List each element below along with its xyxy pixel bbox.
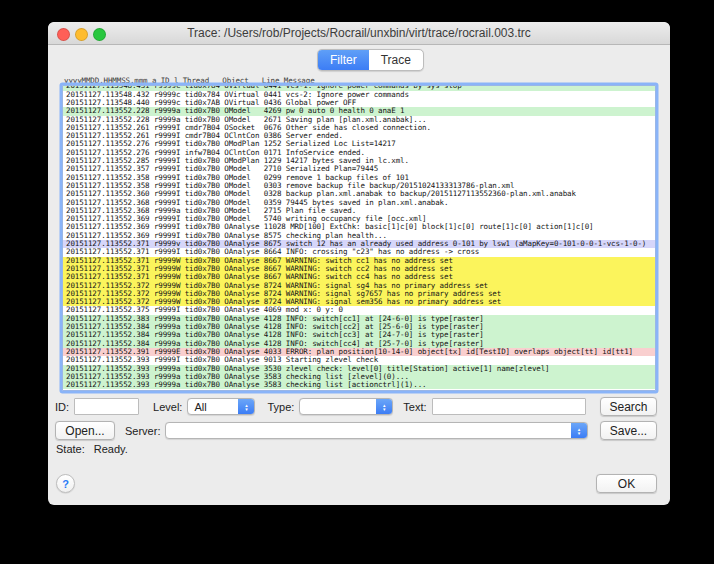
log-row[interactable]: 20151127.113552.261 r9999I cmdr7B04 OSoc… bbox=[63, 124, 655, 132]
type-select[interactable]: ▴▾ bbox=[299, 398, 393, 415]
log-row[interactable]: 20151127.113552.383 r9999a tid0x7B0 OAna… bbox=[63, 315, 655, 323]
log-row[interactable]: 20151127.113552.371 r9999W tid0x7B0 OAna… bbox=[63, 265, 655, 273]
question-mark-icon: ? bbox=[62, 478, 69, 490]
log-row[interactable]: 20151127.113552.368 r9999I tid0x7B0 OMod… bbox=[63, 199, 655, 207]
log-row[interactable]: 20151127.113552.371 r9999W tid0x7B0 OAna… bbox=[63, 257, 655, 265]
level-select[interactable]: All ▴▾ bbox=[187, 398, 255, 415]
log-rows: 20151127.113548.431 r9999c tid0x784 OVir… bbox=[63, 85, 655, 389]
log-row[interactable]: 20151127.113552.384 r9999a tid0x7B0 OAna… bbox=[63, 323, 655, 331]
log-row[interactable]: 20151127.113552.393 r9999a tid0x7B0 OAna… bbox=[63, 365, 655, 373]
log-row[interactable]: 20151127.113552.276 r9999I infw7B04 OCln… bbox=[63, 149, 655, 157]
log-row[interactable]: 20151127.113552.372 r9999W tid0x7B0 OAna… bbox=[63, 298, 655, 306]
tab-trace[interactable]: Trace bbox=[369, 50, 423, 70]
log-list[interactable]: 20151127.113548.431 r9999c tid0x784 OVir… bbox=[62, 85, 656, 391]
log-row[interactable]: 20151127.113552.358 r9999I tid0x7B0 OMod… bbox=[63, 174, 655, 182]
log-column-header: yyyyMMDD.HHMMSS.mmm a ID l Thread Object… bbox=[64, 76, 315, 85]
server-combobox[interactable]: ▴▾ bbox=[165, 422, 588, 439]
log-row[interactable]: 20151127.113552.372 r9999W tid0x7B0 OAna… bbox=[63, 290, 655, 298]
log-row[interactable]: 20151127.113552.228 r9999a tid0x7B0 OMod… bbox=[63, 107, 655, 115]
open-button[interactable]: Open... bbox=[55, 421, 115, 440]
server-controls-row: Open... Server: ▴▾ Save... bbox=[55, 421, 657, 440]
log-row[interactable]: 20151127.113548.440 r9999c tid0x7AB OVir… bbox=[63, 99, 655, 107]
ok-button[interactable]: OK bbox=[596, 474, 657, 493]
log-row[interactable]: 20151127.113552.261 r9999I cmdr7B04 OCln… bbox=[63, 132, 655, 140]
level-label: Level: bbox=[153, 401, 182, 413]
id-input[interactable] bbox=[74, 398, 139, 415]
log-row[interactable]: 20151127.113552.358 r9999I tid0x7B0 OMod… bbox=[63, 182, 655, 190]
text-label: Text: bbox=[403, 401, 426, 413]
log-row[interactable]: 20151127.113552.393 r9999a tid0x7B0 OAna… bbox=[63, 373, 655, 381]
type-label: Type: bbox=[267, 401, 294, 413]
save-button[interactable]: Save... bbox=[600, 421, 657, 440]
log-row[interactable]: 20151127.113552.384 r9999a tid0x7B0 OAna… bbox=[63, 340, 655, 348]
server-label: Server: bbox=[125, 425, 160, 437]
stepper-up-down-icon: ▴▾ bbox=[571, 423, 587, 438]
log-row[interactable]: 20151127.113552.357 r9999I tid0x7B0 OMod… bbox=[63, 165, 655, 173]
log-row[interactable]: 20151127.113552.369 r9999I tid0x7B0 OAna… bbox=[63, 232, 655, 240]
log-row[interactable]: 20151127.113552.384 r9999a tid0x7B0 OAna… bbox=[63, 331, 655, 339]
log-row[interactable]: 20151127.113552.276 r9999I tid0x7B0 OMod… bbox=[63, 140, 655, 148]
text-input[interactable] bbox=[432, 398, 586, 415]
id-label: ID: bbox=[55, 401, 69, 413]
log-row[interactable]: 20151127.113552.368 r9999a tid0x7B0 OMod… bbox=[63, 207, 655, 215]
log-row[interactable]: 20151127.113552.375 r9999I tid0x7B0 OAna… bbox=[63, 306, 655, 314]
state-label: State: bbox=[56, 443, 85, 455]
level-value: All bbox=[188, 401, 238, 413]
log-row[interactable]: 20151127.113552.228 r9999a tid0x7B0 OMod… bbox=[63, 116, 655, 124]
log-row[interactable]: 20151127.113552.371 r9999W tid0x7B0 OAna… bbox=[63, 273, 655, 281]
status-row: State: Ready. bbox=[56, 443, 128, 455]
log-row[interactable]: 20151127.113552.371 r9999I tid0x7B0 OAna… bbox=[63, 248, 655, 256]
log-row[interactable]: 20151127.113552.372 r9999W tid0x7B0 OAna… bbox=[63, 282, 655, 290]
log-row[interactable]: 20151127.113552.393 r9999I tid0x7B0 OAna… bbox=[63, 356, 655, 364]
chevron-up-down-icon: ▴▾ bbox=[376, 399, 392, 414]
log-row[interactable]: 20151127.113552.393 r9999a tid0x7B0 OAna… bbox=[63, 381, 655, 389]
title-bar[interactable]: Trace: /Users/rob/Projects/Rocrail/unxbi… bbox=[48, 22, 670, 45]
log-row[interactable]: 20151127.113552.369 r9999I tid0x7B0 OAna… bbox=[63, 223, 655, 231]
log-row[interactable]: 20151127.113552.371 r9999v tid0x7B0 OAna… bbox=[63, 240, 655, 248]
view-segmented-control: Filter Trace bbox=[317, 49, 424, 71]
log-row[interactable]: 20151127.113552.391 r9999E tid0x7B0 OAna… bbox=[63, 348, 655, 356]
search-button[interactable]: Search bbox=[600, 397, 657, 416]
log-row[interactable]: 20151127.113552.285 r9999I tid0x7B0 OMod… bbox=[63, 157, 655, 165]
state-value: Ready. bbox=[94, 443, 128, 455]
trace-window: Trace: /Users/rob/Projects/Rocrail/unxbi… bbox=[48, 22, 670, 505]
chevron-up-down-icon: ▴▾ bbox=[238, 399, 254, 414]
log-row[interactable]: 20151127.113552.369 r9999I tid0x7B0 OMod… bbox=[63, 215, 655, 223]
log-row[interactable]: 20151127.113552.360 r9999I tid0x7B0 OMod… bbox=[63, 190, 655, 198]
filter-controls-row: ID: Level: All ▴▾ Type: ▴▾ Text: Search bbox=[55, 397, 657, 416]
log-row[interactable]: 20151127.113548.432 r9999c tid0x784 OVir… bbox=[63, 91, 655, 99]
help-button[interactable]: ? bbox=[56, 474, 75, 493]
tab-filter[interactable]: Filter bbox=[318, 50, 369, 70]
window-title: Trace: /Users/rob/Projects/Rocrail/unxbi… bbox=[48, 26, 670, 40]
